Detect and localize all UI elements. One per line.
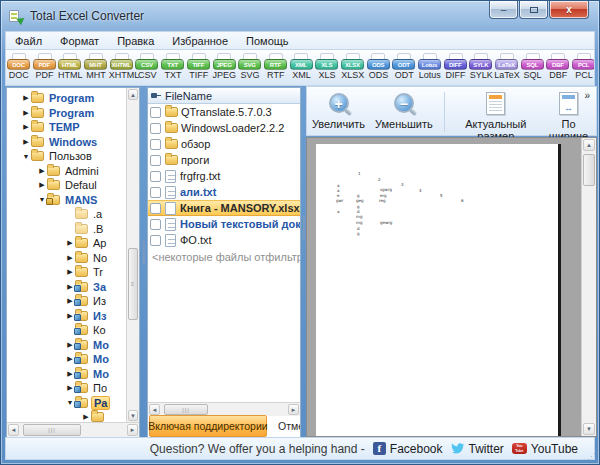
file-row[interactable]: Книга - MANSORY.xlsx: [148, 200, 300, 216]
close-button[interactable]: x: [549, 1, 589, 19]
file-row[interactable]: frgfrg.txt: [148, 168, 300, 184]
checkbox[interactable]: [150, 219, 161, 230]
checkbox[interactable]: [150, 123, 161, 134]
tree-item-.a[interactable]: .a: [7, 207, 128, 222]
format-button-diff[interactable]: DIFFDIFF: [443, 52, 469, 85]
tree-item-No[interactable]: ▶No: [7, 251, 128, 266]
tree-item-Из[interactable]: ▶Из: [7, 309, 128, 324]
tree-item-Defaul[interactable]: ▶Defaul: [7, 178, 128, 193]
format-button-html[interactable]: HTMLHTML: [57, 52, 83, 85]
scroll-down-arrow[interactable]: ▼: [128, 410, 138, 421]
checkbox[interactable]: [150, 235, 161, 246]
checkbox[interactable]: [150, 203, 161, 214]
minimize-button[interactable]: –: [489, 1, 518, 19]
tree-expand-arrow[interactable]: ▶: [37, 181, 47, 189]
file-hscroll-thumb[interactable]: |||: [164, 404, 208, 415]
youtube-link[interactable]: YouTube YouTube: [512, 442, 578, 456]
file-row[interactable]: ФО.txt: [148, 232, 300, 248]
tree-expand-arrow[interactable]: ▶: [65, 254, 75, 262]
scroll-right-arrow[interactable]: ►: [288, 404, 299, 415]
file-row[interactable]: Новый текстовый докум: [148, 216, 300, 232]
tree-vertical-scrollbar[interactable]: ▲ ≡ ▼: [126, 88, 139, 422]
include-subdirectories-button[interactable]: Включая поддиректории: [149, 415, 267, 437]
tree-hscroll-thumb[interactable]: |||: [23, 424, 81, 436]
tree-item-Ко[interactable]: Ко: [7, 323, 128, 338]
format-button-sylk[interactable]: SYLKSYLK: [468, 52, 494, 85]
file-row[interactable]: WindowsLoader2.2.2: [148, 120, 300, 136]
format-button-txt[interactable]: TXTTXT: [160, 52, 186, 85]
tree-item-Program[interactable]: ▶Program: [7, 91, 128, 106]
scroll-down-arrow[interactable]: ▼: [583, 423, 595, 435]
format-button-xhtml[interactable]: XHTMLXHTML: [109, 52, 135, 85]
tree-expand-arrow[interactable]: ▶: [21, 94, 31, 102]
menu-item-Помощь[interactable]: Помощь: [237, 33, 298, 49]
format-button-doc[interactable]: DOCDOC: [6, 52, 32, 85]
facebook-link[interactable]: f Facebook: [373, 442, 443, 456]
checkbox[interactable]: [150, 107, 161, 118]
format-button-ods[interactable]: ODSODS: [366, 52, 392, 85]
file-row[interactable]: QTranslate.5.7.0.3: [148, 104, 300, 120]
tree-item-Мо[interactable]: ▶Мо: [7, 367, 128, 382]
file-row[interactable]: проги: [148, 152, 300, 168]
tree-vscroll-thumb[interactable]: ≡: [128, 248, 138, 320]
scroll-right-arrow[interactable]: ►: [127, 424, 138, 436]
tree-expand-arrow[interactable]: ▶: [21, 109, 31, 117]
format-button-svg[interactable]: SVGSVG: [237, 52, 263, 85]
file-horizontal-scrollbar[interactable]: ◄ ||| ►: [148, 402, 300, 416]
format-button-lotus[interactable]: LotusLotus: [417, 52, 443, 85]
menu-item-Формат[interactable]: Формат: [51, 33, 108, 49]
format-button-sql[interactable]: SQLSQL: [520, 52, 546, 85]
tree-horizontal-scrollbar[interactable]: ◄ ||| ►: [7, 422, 139, 437]
tree-item-MANS[interactable]: ▼MANS: [7, 193, 128, 208]
tree-item-Ap[interactable]: ▶Ap: [7, 236, 128, 251]
format-button-mht[interactable]: MHTMHT: [83, 52, 109, 85]
scroll-up-arrow[interactable]: ▲: [583, 139, 595, 151]
tree-expand-arrow[interactable]: ▶: [21, 138, 31, 146]
checkbox[interactable]: [150, 171, 161, 182]
check-all-button[interactable]: Отмет: [274, 415, 301, 437]
preview-vscroll-thumb[interactable]: [583, 154, 595, 186]
tree-item-Program[interactable]: ▶Program: [7, 106, 128, 121]
format-button-latex[interactable]: LaTeXLaTeX: [494, 52, 520, 85]
tree-item-TEMP[interactable]: ▶TEMP: [7, 120, 128, 135]
format-button-dbf[interactable]: DBFDBF: [545, 52, 571, 85]
format-button-xls[interactable]: XLSXLS: [314, 52, 340, 85]
tree-expand-arrow[interactable]: ▶: [65, 268, 75, 276]
format-button-pcl[interactable]: PCLPCL: [571, 52, 595, 85]
format-button-rtf[interactable]: RTFRTF: [263, 52, 289, 85]
tree-item-Из[interactable]: ▶Из: [7, 294, 128, 309]
actual-size-button[interactable]: Актуальный размер: [451, 90, 541, 142]
format-button-pdf[interactable]: PDFPDF: [32, 52, 58, 85]
format-button-xml[interactable]: XMLXML: [289, 52, 315, 85]
toolbar-overflow-chevron[interactable]: »: [584, 90, 590, 101]
maximize-button[interactable]: [519, 1, 548, 19]
tree-expand-arrow[interactable]: ▼: [21, 153, 31, 160]
tree-item-Мо[interactable]: ▶Мо: [7, 338, 128, 353]
tree-splitter-handle[interactable]: ●●●●●●●●: [141, 241, 146, 275]
tree-item-Tr[interactable]: ▶Tr: [7, 265, 128, 280]
file-list-header[interactable]: FileName: [148, 88, 300, 104]
checkbox[interactable]: [150, 187, 161, 198]
format-button-tiff[interactable]: TIFFTIFF: [186, 52, 212, 85]
tree-item-По[interactable]: ▶По: [7, 381, 128, 396]
resize-grip[interactable]: ⋰: [587, 452, 597, 462]
tree-item-Windows[interactable]: ▶Windows: [7, 135, 128, 150]
tree-item-.B[interactable]: .B: [7, 222, 128, 237]
file-row[interactable]: али.txt: [148, 184, 300, 200]
title-bar[interactable]: Total Excel Converter – x: [1, 1, 599, 31]
tree-expand-arrow[interactable]: ▶: [81, 413, 91, 421]
tree-expand-arrow[interactable]: ▶: [65, 239, 75, 247]
scroll-left-arrow[interactable]: ◄: [8, 424, 19, 436]
preview-vertical-scrollbar[interactable]: ▲ ▼: [581, 138, 596, 436]
tree-expand-arrow[interactable]: ▶: [37, 167, 47, 175]
format-button-xlsx[interactable]: XLSXXLSX: [340, 52, 366, 85]
tree-item-За[interactable]: ▶За: [7, 280, 128, 295]
file-row[interactable]: обзор: [148, 136, 300, 152]
tree-item-Admini[interactable]: ▶Admini: [7, 164, 128, 179]
zoom-out-button[interactable]: − Уменьшить: [370, 90, 438, 130]
format-button-odt[interactable]: ODTODT: [391, 52, 417, 85]
menu-item-Файл[interactable]: Файл: [6, 33, 51, 49]
tree-item-Мо[interactable]: ▶Мо: [7, 352, 128, 367]
checkbox[interactable]: [150, 139, 161, 150]
menu-item-Правка[interactable]: Правка: [108, 33, 163, 49]
